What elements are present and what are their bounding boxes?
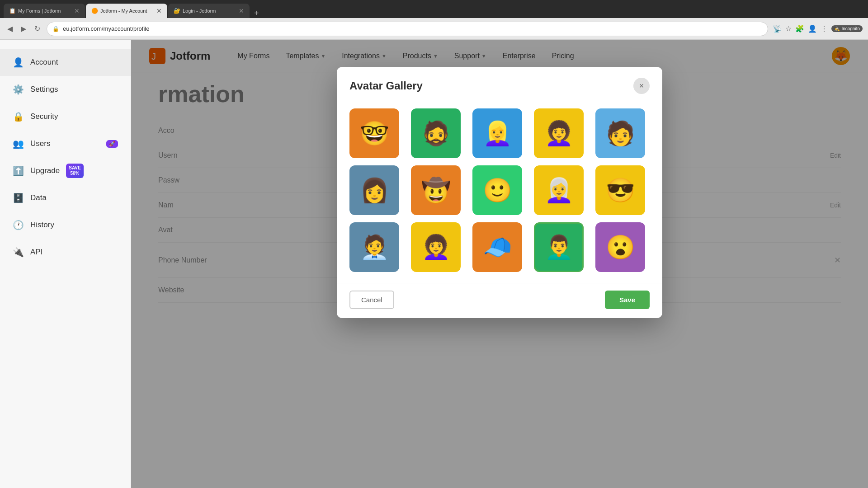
sidebar-label-users: Users (30, 139, 50, 148)
sidebar-item-security[interactable]: 🔒 Security (0, 103, 131, 130)
browser-tab-login[interactable]: 🔐 Login - Jotform ✕ (168, 4, 250, 18)
tab-close-3[interactable]: ✕ (239, 7, 244, 14)
avatar-item-13[interactable]: 🧢 (472, 222, 522, 272)
modal-title: Avatar Gallery (349, 80, 423, 92)
extensions-icon[interactable]: 🧩 (795, 24, 804, 33)
incognito-hat-icon: 🕵️ (834, 26, 840, 31)
tab-bar: 📋 My Forms | Jotform ✕ 🟠 Jotform - My Ac… (0, 0, 868, 18)
sidebar-label-security: Security (30, 112, 58, 121)
security-icon: 🔒 (13, 111, 24, 122)
tab-favicon-3: 🔐 (174, 8, 180, 14)
avatar-grid: 🤓🧔👱‍♀️👩‍🦱🧑👩🤠🙂👩‍🦳😎🧑‍💼👩‍🦱🧢👨‍🦱😮 (349, 105, 650, 276)
avatar-item-1[interactable]: 🤓 (349, 108, 399, 158)
history-icon: 🕐 (13, 220, 24, 230)
address-bar[interactable]: 🔒 eu.jotform.com/myaccount/profile (47, 22, 768, 36)
sidebar-item-settings[interactable]: ⚙️ Settings (0, 76, 131, 103)
sidebar-item-data[interactable]: 🗄️ Data (0, 184, 131, 211)
browser-window: 📋 My Forms | Jotform ✕ 🟠 Jotform - My Ac… (0, 0, 868, 488)
cast-icon: 📡 (773, 24, 782, 33)
cancel-button[interactable]: Cancel (349, 291, 394, 309)
settings-dots-icon[interactable]: ⋮ (821, 24, 828, 33)
modal-overlay: Avatar Gallery × 🤓🧔👱‍♀️👩‍🦱🧑👩🤠🙂👩‍🦳😎🧑‍💼👩‍🦱… (131, 40, 868, 488)
tab-favicon-2: 🟠 (91, 8, 98, 14)
address-bar-row: ◀ ▶ ↻ 🔒 eu.jotform.com/myaccount/profile… (0, 18, 868, 40)
avatar-item-8[interactable]: 🙂 (472, 165, 522, 215)
new-tab-button[interactable]: + (250, 9, 263, 18)
tab-title-2: Jotform - My Account (100, 8, 154, 14)
profile-icon[interactable]: 👤 (808, 24, 817, 33)
sidebar: 👤 Account ⚙️ Settings 🔒 Security 👥 Users… (0, 40, 131, 488)
sidebar-label-account: Account (30, 58, 58, 67)
avatar-item-11[interactable]: 🧑‍💼 (349, 222, 399, 272)
modal-close-button[interactable]: × (633, 78, 650, 94)
sidebar-label-upgrade: Upgrade (30, 166, 60, 175)
tab-title-3: Login - Jotform (183, 8, 236, 14)
users-badge: 🚀 (106, 140, 118, 148)
tab-close-1[interactable]: ✕ (74, 7, 80, 14)
browser-tab-myaccount[interactable]: 🟠 Jotform - My Account ✕ (86, 4, 167, 18)
account-icon: 👤 (13, 57, 24, 68)
incognito-badge: 🕵️ Incognito (831, 25, 863, 32)
tab-close-2[interactable]: ✕ (156, 7, 162, 14)
users-icon: 👥 (13, 138, 24, 149)
modal-header: Avatar Gallery × (337, 67, 662, 101)
sidebar-item-api[interactable]: 🔌 API (0, 239, 131, 266)
settings-icon: ⚙️ (13, 84, 24, 95)
address-text: eu.jotform.com/myaccount/profile (63, 25, 762, 32)
avatar-item-10[interactable]: 😎 (595, 165, 645, 215)
upgrade-save-badge: SAVE 50% (66, 164, 84, 178)
modal-footer: Cancel Save (337, 283, 662, 318)
modal-body[interactable]: 🤓🧔👱‍♀️👩‍🦱🧑👩🤠🙂👩‍🦳😎🧑‍💼👩‍🦱🧢👨‍🦱😮 (337, 101, 662, 283)
avatar-item-9[interactable]: 👩‍🦳 (534, 165, 584, 215)
back-button[interactable]: ◀ (5, 23, 14, 35)
avatar-gallery-modal: Avatar Gallery × 🤓🧔👱‍♀️👩‍🦱🧑👩🤠🙂👩‍🦳😎🧑‍💼👩‍🦱… (337, 67, 662, 318)
lock-icon: 🔒 (52, 26, 59, 32)
avatar-item-4[interactable]: 👩‍🦱 (534, 108, 584, 158)
sidebar-item-history[interactable]: 🕐 History (0, 211, 131, 239)
sidebar-label-history: History (30, 221, 54, 230)
toolbar-icons: 📡 ☆ 🧩 👤 ⋮ 🕵️ Incognito (773, 24, 863, 33)
data-icon: 🗄️ (13, 192, 24, 203)
avatar-item-2[interactable]: 🧔 (411, 108, 461, 158)
avatar-item-14[interactable]: 👨‍🦱 (534, 222, 584, 272)
sidebar-item-upgrade[interactable]: ⬆️ Upgrade SAVE 50% (0, 157, 131, 184)
tab-title-1: My Forms | Jotform (18, 8, 71, 14)
forward-button[interactable]: ▶ (19, 23, 28, 35)
avatar-item-6[interactable]: 👩 (349, 165, 399, 215)
api-icon: 🔌 (13, 247, 24, 258)
tab-favicon-1: 📋 (9, 8, 15, 14)
star-icon[interactable]: ☆ (785, 24, 792, 33)
sidebar-item-account[interactable]: 👤 Account (0, 49, 131, 76)
upgrade-icon: ⬆️ (13, 165, 24, 176)
avatar-item-15[interactable]: 😮 (595, 222, 645, 272)
avatar-item-3[interactable]: 👱‍♀️ (472, 108, 522, 158)
avatar-item-5[interactable]: 🧑 (595, 108, 645, 158)
browser-tab-myforms[interactable]: 📋 My Forms | Jotform ✕ (4, 4, 85, 18)
sidebar-label-api: API (30, 248, 42, 257)
sidebar-label-settings: Settings (30, 85, 58, 94)
save-button[interactable]: Save (605, 291, 650, 309)
avatar-item-7[interactable]: 🤠 (411, 165, 461, 215)
avatar-item-12[interactable]: 👩‍🦱 (411, 222, 461, 272)
reload-button[interactable]: ↻ (33, 23, 42, 35)
sidebar-item-users[interactable]: 👥 Users 🚀 (0, 130, 131, 157)
sidebar-label-data: Data (30, 193, 47, 202)
